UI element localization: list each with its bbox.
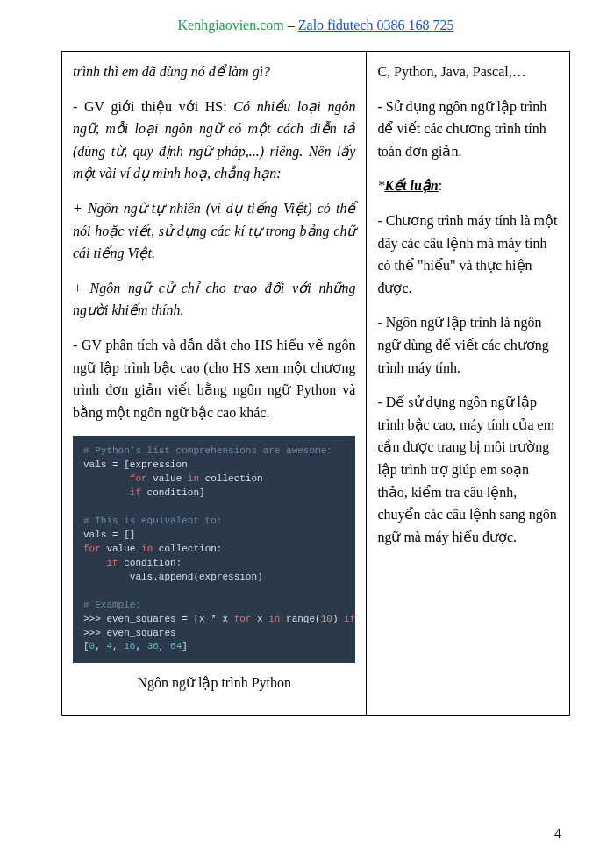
right-column: C, Python, Java, Pascal,… - Sử dụng ngôn… bbox=[367, 52, 570, 716]
right-p2: - Sử dụng ngôn ngữ lập trình để viết các… bbox=[377, 96, 559, 163]
right-p3: - Chương trình máy tính là một dãy các c… bbox=[377, 210, 559, 299]
header-dash: – bbox=[284, 18, 298, 32]
content-table: trình thì em đã dùng nó để làm gì? - GV … bbox=[61, 51, 570, 716]
code-line: # This is equivalent to: bbox=[83, 516, 222, 526]
header-site: Kenhgiaovien.com bbox=[177, 18, 283, 32]
kl-label: Kết luận bbox=[384, 178, 438, 193]
left-p3: + Ngôn ngữ tự nhiên (ví dụ tiếng Việt) c… bbox=[73, 197, 355, 265]
left-p4: + Ngôn ngữ cử chỉ cho trao đổi với những… bbox=[73, 277, 355, 322]
right-conclusion-heading: *Kết luận: bbox=[377, 174, 559, 197]
python-code-block: # Python's list comprehensions are aweso… bbox=[73, 436, 355, 663]
kl-colon: : bbox=[439, 178, 442, 193]
right-p5: - Để sử dụng ngôn ngữ lập trình bậc cao,… bbox=[377, 391, 559, 548]
left-p5: - GV phân tích và dẫn dắt cho HS hiểu về… bbox=[73, 334, 355, 423]
left-p2: - GV giới thiệu với HS: Có nhiều loại ng… bbox=[73, 96, 355, 185]
left-p2a: - GV giới thiệu với HS: bbox=[73, 99, 233, 114]
right-p4: - Ngôn ngữ lập trình là ngôn ngữ dùng để… bbox=[377, 311, 559, 379]
code-line: # Example: bbox=[83, 600, 141, 610]
left-p1: trình thì em đã dùng nó để làm gì? bbox=[73, 60, 355, 83]
page-header: Kenhgiaovien.com – Zalo fidutech 0386 16… bbox=[61, 18, 570, 33]
header-zalo-link[interactable]: Zalo fidutech bbox=[298, 18, 374, 32]
code-line: # Python's list comprehensions are aweso… bbox=[83, 445, 332, 456]
right-p1: C, Python, Java, Pascal,… bbox=[377, 60, 559, 83]
left-column: trình thì em đã dùng nó để làm gì? - GV … bbox=[62, 52, 367, 716]
header-phone: 0386 168 725 bbox=[374, 18, 454, 32]
code-caption: Ngôn ngữ lập trình Python bbox=[73, 672, 355, 694]
page-number: 4 bbox=[554, 826, 561, 842]
